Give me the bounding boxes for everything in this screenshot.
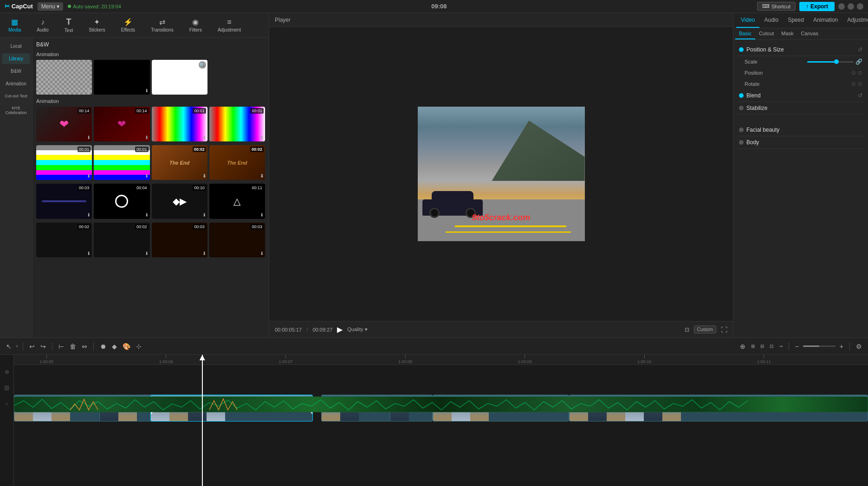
rotate-icon[interactable]: ⊙ [851,81,856,87]
toolbar-audio[interactable]: ♪ Audio [33,17,52,34]
grid-item-colorbar2[interactable]: 00:01 ⬇ [209,107,265,141]
section-facial-beauty: Facial beauty [737,124,864,136]
grid-item-test1[interactable]: 00:01 ⬇ [36,145,92,180]
zoom-plus[interactable]: + [838,341,845,352]
blend-reset[interactable]: ↺ [858,92,862,99]
play-button[interactable]: ▶ [337,325,343,334]
gutter-icon-3[interactable]: ♪ [6,400,8,407]
cursor-tool[interactable]: ↖ [5,341,13,352]
fullscreen-button[interactable]: ⛶ [721,326,727,333]
sidebar-item-cutout[interactable]: Cut-out Text [2,91,30,101]
rotate-link-icon[interactable]: ⊙ [858,81,862,87]
grid-item-triangle[interactable]: 00:11 △ ⬇ [209,184,265,218]
sidebar-item-bw[interactable]: B&W [2,66,30,77]
grid-item-black[interactable]: ⬇ [94,60,149,95]
subtab-mask[interactable]: Mask [777,28,797,39]
toolbar-text[interactable]: T Text [61,16,77,34]
subtab-basic[interactable]: Basic [735,28,755,39]
bottom-area: ↖ ▾ ↩ ↪ ⊢ 🗑 ⇔ ⏺ ◆ 🎨 ⊹ ⊕ ⊞ ⊟ ⊡ ⊸ − + ⚙ [0,338,868,486]
grid-item-dark[interactable]: 00:03 ⬇ [36,184,92,218]
zoom-in-button[interactable]: ⊞ [750,342,756,350]
record-button[interactable]: ⏺ [98,341,108,352]
divider-4 [789,342,789,351]
subtab-cutout[interactable]: Cutout [755,28,777,39]
toolbar-adjustment[interactable]: ≡ Adjustment [214,17,245,34]
delete-button[interactable]: 🗑 [68,341,78,352]
grid-item-colorbar1[interactable]: 00:01 ⬇ [152,107,207,141]
tab-adjustment[interactable]: Adjustment [842,13,868,28]
toolbar-transitions[interactable]: ⇄ Transitions [147,16,177,34]
close-button[interactable] [857,3,863,10]
zoom-slider[interactable] [803,345,836,347]
autosave-dot [68,5,71,8]
zoom-fill [803,345,819,347]
audio-clip-1[interactable] [14,396,868,412]
undo-button[interactable]: ↩ [28,341,36,352]
toolbar-effects[interactable]: ⚡ Effects [117,16,139,34]
mark-button[interactable]: ◆ [110,341,118,352]
grid-item-checker[interactable]: ⬇ [36,60,92,95]
grid-item-heart1[interactable]: 00:14 ❤ ⬇ [36,107,92,141]
grid-item-more4[interactable]: 00:03 ⬇ [209,223,265,257]
sidebar-item-animation[interactable]: Animation [2,78,30,89]
shortcut-button[interactable]: ⌨ Shortcut [757,2,796,11]
download-icon-6[interactable]: ⬇ [260,135,264,140]
position-size-reset[interactable]: ↺ [858,46,862,53]
grid-item-white[interactable]: 🔍 [152,60,207,95]
download-icon-4[interactable]: ⬇ [145,135,149,140]
scale-link-icon[interactable]: 🔗 [855,58,862,65]
sidebar-item-library[interactable]: Library [2,53,30,64]
quality-selector[interactable]: Quality ▾ [347,326,367,333]
grid-item-end1[interactable]: 00:02 The End ⬇ [152,145,207,180]
position-y-icon[interactable]: ⊙ [858,70,862,76]
grid-item-more3[interactable]: 00:03 ⬇ [152,223,207,257]
grid-item-end2[interactable]: 00:02 The End ⬇ [209,145,265,180]
crop-button[interactable]: ⊹ [135,341,143,352]
grid-item-more2[interactable]: 00:02 ⬇ [94,223,149,257]
tab-speed[interactable]: Speed [783,13,809,28]
tab-audio[interactable]: Audio [759,13,783,28]
download-icon-3[interactable]: ⬇ [87,135,91,140]
scale-thumb[interactable] [834,59,839,64]
grid-item-more1[interactable]: 00:02 ⬇ [36,223,92,257]
gutter-icon-2[interactable]: ▥ [4,384,9,391]
redo-button[interactable]: ↪ [39,341,47,352]
download-icon[interactable]: ⬇ [87,88,91,93]
grid-item-diamond[interactable]: 00:10 ◆▶ ⬇ [152,184,207,218]
color-button[interactable]: 🎨 [121,341,132,352]
grid-item-test2[interactable]: 00:01 ⬇ [94,145,149,180]
zoom-out-button[interactable]: ⊟ [759,342,765,350]
zoom-icon[interactable]: 🔍 [199,61,206,69]
position-x-icon[interactable]: ⊙ [851,70,856,76]
subtab-canvas[interactable]: Canvas [797,28,822,39]
toolbar-media[interactable]: ▦ Media [5,16,25,34]
settings-button[interactable]: ⚙ [855,341,863,352]
mirror-button[interactable]: ⇔ [80,341,89,352]
grid-item-circle[interactable]: 00:04 ⬇ [94,184,149,218]
zoom-minus[interactable]: − [794,341,800,352]
split-audio-button[interactable]: ⊸ [777,342,784,350]
tab-video[interactable]: Video [736,13,759,28]
menu-button[interactable]: Menu ▾ [38,2,63,11]
toolbar-stickers[interactable]: ✦ Stickers [85,16,109,34]
fit-timeline-button[interactable]: ⊡ [768,342,775,350]
position-label: Position [745,70,763,76]
download-icon-2[interactable]: ⬇ [145,88,149,93]
gutter-icon-1[interactable]: ⊕ [5,369,9,375]
minimize-button[interactable] [838,3,845,10]
sidebar-item-nye[interactable]: NYE Celebration [2,103,30,118]
sidebar-item-local[interactable]: Local [2,41,30,51]
custom-button[interactable]: Custom [694,326,716,333]
grid-item-heart2[interactable]: 00:14 ❤ ⬇ [94,107,149,141]
tool-dropdown[interactable]: ▾ [16,344,18,349]
download-icon-5[interactable]: ⬇ [202,135,206,140]
maximize-button[interactable] [848,3,854,10]
tab-animation[interactable]: Animation [809,13,842,28]
animation-grid-1: 00:14 ❤ ⬇ 00:14 ❤ ⬇ [36,107,265,141]
split-button[interactable]: ⊢ [57,341,65,352]
scale-slider[interactable] [807,61,854,63]
add-media-button[interactable]: ⊕ [738,341,747,352]
toolbar-filters[interactable]: ◉ Filters [186,16,206,34]
fit-button[interactable]: ⊡ [685,326,689,333]
export-button[interactable]: ↑ Export [799,2,835,11]
